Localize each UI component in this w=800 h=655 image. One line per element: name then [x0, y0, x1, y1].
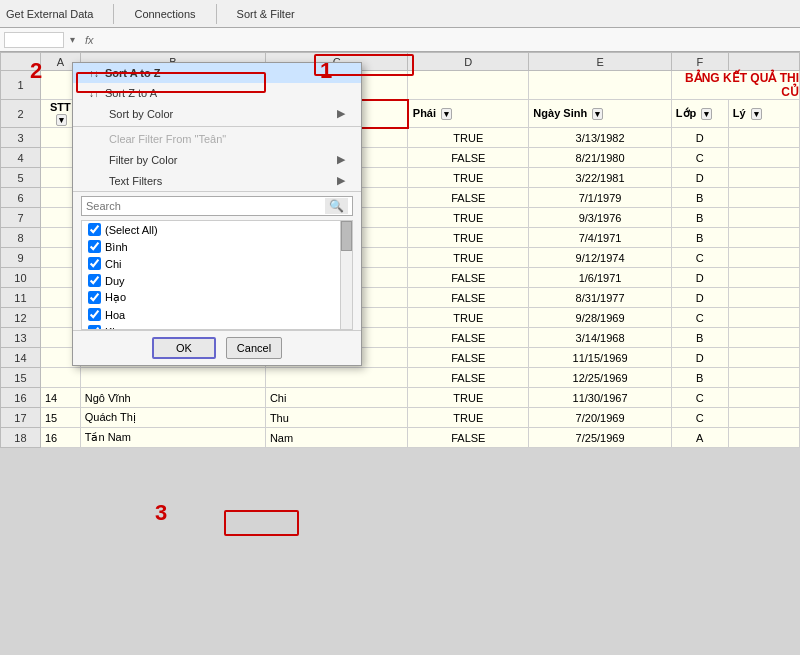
cancel-button[interactable]: Cancel	[226, 337, 282, 359]
sort-a-to-z-item[interactable]: ↑↓ Sort A to Z	[73, 63, 361, 83]
checklist-hao[interactable]: Hạo	[82, 289, 340, 306]
sort-az-icon: ↑↓	[89, 68, 99, 79]
checklist-container: (Select All) Bình Chi Duy Hạo	[81, 220, 353, 330]
cell-phai-4[interactable]: FALSE	[408, 148, 529, 168]
label-duy: Duy	[105, 275, 125, 287]
table-row: 18 16 Tần Nam Nam FALSE 7/25/1969 A	[1, 428, 800, 448]
checklist-items: (Select All) Bình Chi Duy Hạo	[82, 221, 340, 329]
filter-btn-ngay-sinh[interactable]: ▾	[592, 108, 603, 120]
filter-color-label: Filter by Color	[109, 154, 177, 166]
checkbox-binh[interactable]	[88, 240, 101, 253]
header-ly[interactable]: Lý ▾	[728, 100, 799, 128]
ok-button[interactable]: OK	[152, 337, 216, 359]
cell-phai-3[interactable]: TRUE	[408, 128, 529, 148]
cell-ngay-4[interactable]: 8/21/1980	[529, 148, 671, 168]
rownum-3: 3	[1, 128, 41, 148]
sort-color-arrow: ▶	[337, 107, 345, 120]
cell-e1[interactable]	[529, 71, 671, 100]
formula-dropdown-arrow[interactable]: ▾	[68, 34, 77, 45]
toolbar-connections[interactable]: Connections	[134, 8, 195, 20]
search-box[interactable]: 🔍	[81, 196, 353, 216]
checkbox-hao[interactable]	[88, 291, 101, 304]
label-hoa: Hoa	[105, 309, 125, 321]
clear-filter-item[interactable]: Clear Filter From "Teân"	[73, 129, 361, 149]
cell-d1[interactable]	[408, 71, 529, 100]
cell-title: BẢNG KẾT QUẢ THI CỦ	[671, 71, 799, 100]
label-select-all: (Select All)	[105, 224, 158, 236]
label-hao: Hạo	[105, 291, 126, 304]
table-row: 16 14 Ngô Vĩnh Chi TRUE 11/30/1967 C	[1, 388, 800, 408]
header-lop[interactable]: Lớp ▾	[671, 100, 728, 128]
highlight-ok-button	[224, 510, 299, 536]
sort-by-color-item[interactable]: Sort by Color ▶	[73, 103, 361, 124]
formula-input[interactable]: =IF(((G3+H3)/2+I3)>10,10,G3+H3)/2+I3	[102, 34, 796, 46]
filter-btn-phai[interactable]: ▾	[441, 108, 452, 120]
checklist-scrollbar[interactable]	[340, 221, 352, 329]
filter-by-color-item[interactable]: Filter by Color ▶	[73, 149, 361, 170]
text-filters-arrow: ▶	[337, 174, 345, 187]
clear-filter-label: Clear Filter From "Teân"	[109, 133, 226, 145]
text-filters-item[interactable]: Text Filters ▶	[73, 170, 361, 191]
table-row: 17 15 Quách Thị Thu TRUE 7/20/1969 C	[1, 408, 800, 428]
sort-z-to-a-item[interactable]: ↓↑ Sort Z to A	[73, 83, 361, 103]
label-chi: Chi	[105, 258, 122, 270]
checkbox-duy[interactable]	[88, 274, 101, 287]
col-header-d[interactable]: D	[408, 53, 529, 71]
search-icon-button[interactable]: 🔍	[325, 198, 348, 214]
rownum-1: 1	[1, 71, 41, 100]
filter-color-arrow: ▶	[337, 153, 345, 166]
checklist-binh[interactable]: Bình	[82, 238, 340, 255]
checkbox-kim[interactable]	[88, 325, 101, 329]
table-row: 15 FALSE 12/25/1969 B	[1, 368, 800, 388]
cell-ngay-3[interactable]: 3/13/1982	[529, 128, 671, 148]
col-header-f[interactable]: F	[671, 53, 728, 71]
filter-btn-ly[interactable]: ▾	[751, 108, 762, 120]
checklist-duy[interactable]: Duy	[82, 272, 340, 289]
text-filters-label: Text Filters	[109, 175, 162, 187]
sort-color-label: Sort by Color	[109, 108, 173, 120]
annotation-3: 3	[155, 500, 167, 526]
formula-bar: J3 ▾ fx =IF(((G3+H3)/2+I3)>10,10,G3+H3)/…	[0, 28, 800, 52]
col-header-e[interactable]: E	[529, 53, 671, 71]
col-header-g[interactable]	[728, 53, 799, 71]
search-area: 🔍	[73, 191, 361, 220]
filter-btn-lop[interactable]: ▾	[701, 108, 712, 120]
filter-dropdown[interactable]: ↑↓ Sort A to Z ↓↑ Sort Z to A Sort by Co…	[72, 62, 362, 366]
toolbar-sort-filter[interactable]: Sort & Filter	[237, 8, 295, 20]
checklist-hoa[interactable]: Hoa	[82, 306, 340, 323]
checkbox-select-all[interactable]	[88, 223, 101, 236]
toolbar-divider-1	[113, 4, 114, 24]
sort-za-icon: ↓↑	[89, 88, 99, 99]
checklist-kim[interactable]: Kim	[82, 323, 340, 329]
sort-za-label: Sort Z to A	[105, 87, 157, 99]
corner-cell	[1, 53, 41, 71]
formula-fx-icon: fx	[81, 34, 98, 46]
checklist-chi[interactable]: Chi	[82, 255, 340, 272]
cell-ly-3[interactable]	[728, 128, 799, 148]
cell-lop-4[interactable]: C	[671, 148, 728, 168]
divider-1	[73, 126, 361, 127]
filter-btn-stt[interactable]: ▾	[56, 114, 67, 126]
checklist-select-all[interactable]: (Select All)	[82, 221, 340, 238]
checkbox-hoa[interactable]	[88, 308, 101, 321]
label-kim: Kim	[105, 326, 124, 330]
rownum-2: 2	[1, 100, 41, 128]
rownum-4: 4	[1, 148, 41, 168]
dropdown-buttons-area: OK Cancel	[73, 330, 361, 365]
sort-az-label: Sort A to Z	[105, 67, 160, 79]
cell-ly-4[interactable]	[728, 148, 799, 168]
cell-reference[interactable]: J3	[4, 32, 64, 48]
toolbar-get-external[interactable]: Get External Data	[6, 8, 93, 20]
label-binh: Bình	[105, 241, 128, 253]
search-input[interactable]	[86, 200, 325, 212]
header-ngay-sinh[interactable]: Ngày Sinh ▾	[529, 100, 671, 128]
header-phai[interactable]: Phái ▾	[408, 100, 529, 128]
checkbox-chi[interactable]	[88, 257, 101, 270]
toolbar-divider-2	[216, 4, 217, 24]
toolbar: Get External Data Connections Sort & Fil…	[0, 0, 800, 28]
cell-lop-3[interactable]: D	[671, 128, 728, 148]
